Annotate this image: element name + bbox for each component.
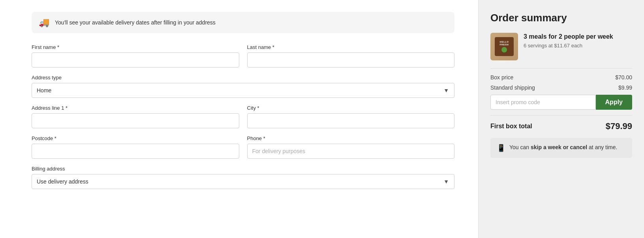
truck-icon: 🚚 xyxy=(39,17,49,28)
right-panel: Order summary HELLO FRESH 3 meals for 2 … xyxy=(478,0,644,238)
billing-address-select-wrapper: Use delivery address Other address ▼ xyxy=(32,174,454,189)
address-line1-label: Address line 1 * xyxy=(32,105,239,111)
total-label: First box total xyxy=(490,123,532,130)
phone-icon: 📱 xyxy=(497,144,505,152)
address-line1-input[interactable] xyxy=(32,113,239,128)
skip-cancel-box: 📱 You can skip a week or cancel at any t… xyxy=(490,138,632,158)
postcode-input[interactable] xyxy=(32,144,239,159)
address-type-label: Address type xyxy=(32,75,454,81)
divider-2 xyxy=(490,115,632,116)
skip-cancel-bold: skip a week or cancel xyxy=(531,144,587,150)
billing-address-label: Billing address xyxy=(32,166,454,172)
last-name-group: Last name * xyxy=(247,44,455,67)
left-panel: 🚚 You'll see your available delivery dat… xyxy=(0,0,478,238)
address-type-row: Address type Home Work Other ▼ xyxy=(32,75,454,98)
address-type-select-wrapper: Home Work Other ▼ xyxy=(32,83,454,98)
total-row: First box total $79.99 xyxy=(490,121,632,131)
city-input[interactable] xyxy=(247,113,455,128)
skip-cancel-text: You can skip a week or cancel at any tim… xyxy=(509,143,617,152)
shipping-row: Standard shipping $9.99 xyxy=(490,84,632,91)
first-name-group: First name * xyxy=(32,44,239,67)
address-type-select[interactable]: Home Work Other xyxy=(32,83,454,98)
billing-address-row: Billing address Use delivery address Oth… xyxy=(32,166,454,189)
phone-input[interactable] xyxy=(247,144,455,159)
first-name-input[interactable] xyxy=(32,52,239,67)
postcode-phone-row: Postcode * Phone * xyxy=(32,135,454,159)
hellofresh-dot xyxy=(501,47,507,52)
postcode-group: Postcode * xyxy=(32,135,239,159)
name-row: First name * Last name * xyxy=(32,44,454,67)
last-name-label: Last name * xyxy=(247,44,455,50)
hellofresh-logo: HELLO FRESH xyxy=(495,37,514,56)
apply-button[interactable]: Apply xyxy=(596,95,632,110)
box-price-label: Box price xyxy=(490,74,513,81)
total-value: $79.99 xyxy=(606,121,632,131)
divider-1 xyxy=(490,68,632,69)
box-price-row: Box price $70.00 xyxy=(490,74,632,81)
product-image-inner: HELLO FRESH xyxy=(490,33,518,60)
delivery-notice-text: You'll see your available delivery dates… xyxy=(55,19,216,26)
phone-label: Phone * xyxy=(247,135,455,141)
shipping-label: Standard shipping xyxy=(490,84,535,91)
promo-row: Apply xyxy=(490,95,632,110)
billing-address-select[interactable]: Use delivery address Other address xyxy=(32,174,454,189)
product-details: 3 meals for 2 people per week 6 servings… xyxy=(524,33,632,49)
last-name-input[interactable] xyxy=(247,52,455,67)
city-label: City * xyxy=(247,105,455,111)
address-line1-group: Address line 1 * xyxy=(32,105,239,128)
order-summary-title: Order summary xyxy=(490,12,632,24)
address-type-group: Address type Home Work Other ▼ xyxy=(32,75,454,98)
shipping-value: $9.99 xyxy=(618,84,632,91)
product-image: HELLO FRESH xyxy=(490,33,518,60)
product-row: HELLO FRESH 3 meals for 2 people per wee… xyxy=(490,33,632,60)
city-group: City * xyxy=(247,105,455,128)
billing-address-group: Billing address Use delivery address Oth… xyxy=(32,166,454,189)
delivery-notice: 🚚 You'll see your available delivery dat… xyxy=(32,12,454,33)
product-servings: 6 servings at $11.67 each xyxy=(524,43,632,49)
box-price-value: $70.00 xyxy=(615,74,632,81)
postcode-label: Postcode * xyxy=(32,135,239,141)
phone-group: Phone * xyxy=(247,135,455,159)
promo-code-input[interactable] xyxy=(490,95,596,110)
product-name: 3 meals for 2 people per week xyxy=(524,33,632,41)
address-city-row: Address line 1 * City * xyxy=(32,105,454,128)
first-name-label: First name * xyxy=(32,44,239,50)
